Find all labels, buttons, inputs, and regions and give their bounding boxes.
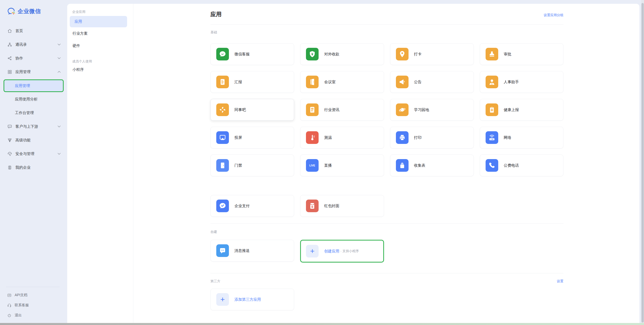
app-card-enterprise-pay[interactable]: 企业支付 — [210, 195, 294, 217]
create-app-card[interactable]: +创建应用· 支持小程序 — [300, 240, 384, 263]
page-title: 应用 — [210, 11, 222, 18]
sidebar-item-my-company[interactable]: 我的企业 — [0, 161, 67, 174]
content-area: 应用 设置应用分组 基础 微信客服¥对外收款打卡审批汇报会议室公告人事助手同事吧… — [133, 4, 639, 323]
company-icon — [7, 165, 12, 170]
meeting-room-door-icon — [306, 76, 319, 88]
sidebar-item-label: 我的企业 — [15, 165, 31, 170]
submenu-item-mini-programs[interactable]: 小程序 — [67, 63, 133, 76]
app-card-red-packet-cover[interactable]: 红包封面 — [300, 195, 384, 217]
sidebar-item-app-management[interactable]: 应用管理 — [0, 65, 67, 79]
app-card-temperature[interactable]: 测温 — [300, 127, 384, 148]
app-card-wechat-service[interactable]: 微信客服 — [210, 43, 294, 65]
sidebar-item-label: 通讯录 — [15, 42, 27, 47]
door-icon — [216, 159, 229, 172]
add-third-party-app-card[interactable]: +添加第三方应用 — [210, 289, 294, 310]
app-card-label: 网络 — [504, 135, 511, 140]
sidebar-item-collaboration[interactable]: 协作 — [0, 51, 67, 65]
footer-item-label: API文档 — [15, 293, 28, 297]
sidebar-item-label: 首页 — [15, 29, 23, 33]
app-card-door-access[interactable]: 门禁 — [210, 155, 294, 176]
app-card-label: 审批 — [504, 52, 511, 57]
brand-name: 企业微信 — [18, 8, 41, 15]
app-card-meeting-room[interactable]: 会议室 — [300, 71, 384, 93]
app-card-label: 公告 — [414, 80, 422, 84]
horizontal-scrollbar[interactable] — [0, 323, 644, 325]
sidebar-item-home[interactable]: 首页 — [0, 24, 67, 38]
submenu-item-industry-solutions[interactable]: 行业方案 — [67, 27, 133, 40]
app-card-report[interactable]: 汇报 — [210, 71, 294, 93]
app-card-check-in[interactable]: 打卡 — [390, 43, 474, 65]
learning-planet-icon — [396, 103, 409, 116]
app-card-learning-zone[interactable]: 学习园地 — [390, 99, 474, 121]
footer-item-label: 联系客服 — [15, 303, 29, 308]
app-card-payment-collection[interactable]: ¥对外收款 — [300, 43, 384, 65]
app-card-label: 直播 — [324, 163, 332, 168]
submenu-item-label: 硬件 — [73, 44, 80, 48]
app-card-label: 学习园地 — [414, 107, 429, 112]
app-card-hr-assistant[interactable]: 人事助手 — [480, 71, 563, 93]
sidebar-footer-item-api-doc[interactable]: APIAPI文档 — [0, 290, 67, 300]
sidebar-footer-item-contact-support[interactable]: 联系客服 — [0, 300, 67, 310]
app-card-health-report[interactable]: 健康上报 — [480, 99, 563, 121]
section-label-third-party: 第三方 — [210, 279, 220, 283]
megaphone-icon — [396, 76, 409, 88]
red-packet-icon — [306, 200, 319, 212]
submenu-item-label: 行业方案 — [73, 31, 88, 36]
sidebar-item-label: 协作 — [15, 56, 23, 61]
sidebar-footer-item-logout[interactable]: 退出 — [0, 310, 67, 320]
sidebar-item-customers[interactable]: 客户与上下游 — [0, 120, 67, 133]
app-card-paid-call[interactable]: 公费电话 — [480, 155, 563, 176]
home-icon — [7, 28, 12, 34]
pinwheel-icon — [216, 103, 229, 116]
router-icon — [486, 131, 498, 144]
app-card-label: 健康上报 — [504, 107, 519, 112]
sidebar-footer-divider — [6, 287, 60, 287]
sidebar-item-advanced[interactable]: 高级功能 — [0, 133, 67, 147]
app-card-live[interactable]: LIVE直播 — [300, 155, 384, 176]
phone-icon — [486, 159, 498, 172]
sidebar-item-contacts[interactable]: 通讯录 — [0, 38, 67, 51]
app-card-print[interactable]: 打印 — [390, 127, 474, 148]
sidebar-subitem-workbench-management[interactable]: 工作台管理 — [0, 106, 67, 120]
app-card-label: 公费电话 — [504, 163, 519, 168]
app-card-network[interactable]: 网络 — [480, 127, 563, 148]
app-card-colleague-bar[interactable]: 同事吧 — [210, 99, 294, 121]
create-app-label: 创建应用 — [324, 249, 339, 254]
app-card-message-push[interactable]: 消息推送 — [210, 240, 294, 262]
sidebar-footer: APIAPI文档联系客服退出 — [0, 287, 67, 320]
hr-person-icon — [486, 76, 498, 88]
plus-icon: + — [216, 293, 229, 306]
message-push-icon — [216, 244, 229, 257]
app-card-label: 投屏 — [234, 135, 242, 140]
vertical-scrollbar[interactable] — [641, 0, 644, 323]
sidebar-subitem-app-management-sub[interactable]: 应用管理 — [4, 79, 64, 92]
app-card-announcement[interactable]: 公告 — [390, 71, 474, 93]
sidebar-subitem-app-usage-analysis[interactable]: 应用使用分析 — [0, 92, 67, 106]
sidebar-nav: 首页通讯录协作应用管理应用管理应用使用分析工作台管理客户与上下游高级功能安全与管… — [0, 24, 67, 174]
app-card-screen-cast[interactable]: 投屏 — [210, 127, 294, 148]
chevron-down-icon — [58, 44, 61, 46]
submenu-item-apps[interactable]: 应用 — [70, 16, 127, 27]
app-card-label: 汇报 — [234, 80, 242, 84]
basic-apps-grid-row2: 企业支付红包封面 — [210, 195, 563, 217]
headset-icon — [7, 303, 12, 308]
set-app-group-link[interactable]: 设置应用分组 — [544, 13, 563, 17]
svg-text:¥: ¥ — [311, 52, 313, 56]
submenu-item-hardware[interactable]: 硬件 — [67, 40, 133, 52]
footer-item-label: 退出 — [15, 313, 22, 318]
chevron-down-icon — [58, 125, 61, 127]
collaboration-icon — [7, 56, 12, 61]
sidebar-item-security[interactable]: 安全与管理 — [0, 147, 67, 161]
submenu-group-label: 企业应用 — [67, 10, 133, 14]
contacts-icon — [7, 42, 12, 47]
create-app-note: · 支持小程序 — [340, 249, 359, 253]
third-party-settings-link[interactable]: 设置 — [557, 279, 563, 284]
third-party-grid: +添加第三方应用 — [210, 289, 563, 310]
submenu-item-label: 小程序 — [73, 67, 84, 72]
app-card-approval[interactable]: 审批 — [480, 43, 563, 65]
app-card-industry-news[interactable]: 行业资讯 — [300, 99, 384, 121]
app-card-collect-form[interactable]: 收集表 — [390, 155, 474, 176]
app-card-label: 对外收款 — [324, 52, 339, 57]
brand-logo[interactable]: 企业微信 — [0, 0, 67, 16]
vertical-scrollbar-thumb[interactable] — [641, 3, 644, 322]
